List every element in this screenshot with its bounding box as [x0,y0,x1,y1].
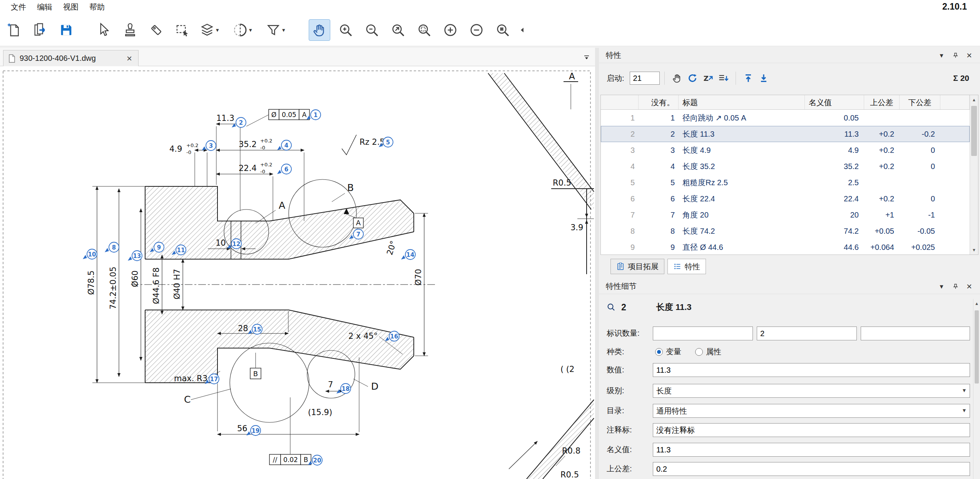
characteristic-row-3[interactable]: 33长度 4.94.9+0.20 [601,142,970,158]
id-count-input-3[interactable] [861,327,970,340]
refresh-icon[interactable] [685,70,700,86]
chevron-down-icon[interactable]: ▾ [249,27,252,33]
col-header-nominal[interactable]: 名义值 [805,95,864,109]
value-input[interactable] [653,363,970,377]
radio-attribute[interactable]: 属性 [695,347,721,357]
sort-list-icon[interactable] [716,70,731,86]
pin-icon[interactable] [951,51,960,60]
balloon-18[interactable]: 18 [336,384,351,394]
increase-button[interactable] [440,19,461,41]
scrollbar-thumb[interactable] [975,310,979,384]
pan-tool-button[interactable] [309,19,330,41]
balloon-19[interactable]: 19 [246,425,261,435]
balloon-8[interactable]: 8 [105,242,119,252]
characteristic-row-7[interactable]: 77角度 2020+1-1 [601,207,970,223]
marquee-select-button[interactable] [172,19,193,41]
nominal-input[interactable] [653,443,970,457]
menu-view[interactable]: 视图 [58,2,84,12]
panel-menu-icon[interactable]: ▾ [937,51,946,60]
characteristic-row-4[interactable]: 44长度 35.235.2+0.20 [601,158,970,174]
characteristic-row-5[interactable]: 55粗糙度Rz 2.52.5 [601,174,970,191]
dimension-label: 3.9 [570,223,583,232]
field-label: 级别: [607,385,624,396]
stamp-tool-button[interactable] [119,19,141,41]
note-input[interactable] [653,423,970,437]
scroll-up-icon[interactable]: ▲ [973,299,980,308]
tag-tool-button[interactable] [145,19,167,41]
dimension-label: B [347,182,354,193]
menu-edit[interactable]: 编辑 [32,2,58,12]
svg-text:20: 20 [313,457,321,464]
upper-tolerance-input[interactable] [653,462,970,476]
panel-menu-icon[interactable]: ▾ [937,282,946,291]
characteristic-row-2[interactable]: 22长度 11.311.3+0.2-0.2 [601,126,970,142]
characteristic-row-1[interactable]: 11径向跳动 ↗ 0.05 A0.05 [601,110,970,126]
filter-tool-button[interactable]: ▾ [264,19,293,41]
id-count-input-1[interactable] [653,327,753,340]
tab-list-icon[interactable] [582,53,591,62]
zoom-extents-button[interactable] [387,19,409,41]
panel-close-icon[interactable]: × [965,282,974,291]
balloon-14[interactable]: 14 [401,250,415,260]
stamp-icon [122,22,138,38]
catalog-select[interactable]: 通用特性 ▾ [653,404,970,418]
radio-variable[interactable]: 变量 [655,347,681,357]
zoom-region-button[interactable] [492,19,513,41]
new-document-button[interactable] [3,19,25,41]
part-hatching [145,73,594,479]
balloon-10[interactable]: 10 [83,249,97,259]
feature-control-frame: //0.02B [269,454,311,465]
tab-characteristics[interactable]: 特性 [667,259,706,274]
move-bottom-icon[interactable] [756,70,771,86]
tab-project-expansion[interactable]: 项目拓展 [610,259,664,274]
balloon-13[interactable]: 13 [128,251,142,261]
select-tool-button[interactable] [93,19,115,41]
menu-file[interactable]: 文件 [5,2,32,12]
pan-small-icon[interactable] [669,70,685,86]
characteristic-row-9[interactable]: 99直径 Ø 44.644.6+0.064+0.025 [601,239,970,255]
balloon-4[interactable]: 4 [277,140,291,150]
characteristic-row-8[interactable]: 88长度 74.274.2+0.05-0.05 [601,223,970,239]
scroll-up-icon[interactable]: ▲ [970,95,978,104]
layers-tool-button[interactable]: ▾ [198,19,226,41]
revolve-tool-button[interactable]: ▾ [231,19,259,41]
menu-help[interactable]: 帮助 [84,2,110,12]
chevron-down-icon[interactable]: ▾ [216,27,219,33]
tab-close-icon[interactable]: × [125,54,134,63]
details-scrollbar[interactable]: ▲ [973,299,980,479]
scrollbar-thumb[interactable] [971,106,977,156]
balloon-6[interactable]: 6 [277,164,291,174]
zoom-window-button[interactable] [413,19,435,41]
scroll-down-icon[interactable]: ▼ [970,245,978,255]
col-header-title[interactable]: 标题 [679,95,805,109]
pin-icon[interactable] [951,282,960,291]
open-document-button[interactable] [29,19,51,41]
dimension-label: max. R3 [174,374,207,383]
toolbar-collapse-button[interactable] [518,19,526,41]
table-scrollbar[interactable]: ▲ ▼ [970,95,978,255]
renumber-icon[interactable]: Z [700,70,716,86]
zoom-out-tool-button[interactable] [361,19,383,41]
chevron-down-icon[interactable]: ▾ [282,27,285,33]
balloon-3[interactable]: 3 [202,141,216,151]
svg-text:0.05: 0.05 [282,111,296,119]
characteristic-row-6[interactable]: 66长度 22.422.4+0.20 [601,191,970,207]
drawing-canvas[interactable]: 11.34.9+0.2-035.2+0.2-0Rz 2.522.4+0.2-0Ø… [0,66,595,479]
dimension-label: -0 [186,149,191,155]
start-number-input[interactable] [630,72,660,85]
id-count-input-2[interactable] [757,327,857,340]
document-tab-bar: 930-1200-406-V1.dwg × [0,48,595,66]
save-button[interactable] [55,19,77,41]
panel-splitter[interactable] [595,48,599,479]
level-select[interactable]: 长度 ▾ [653,384,970,398]
field-label: 目录: [607,405,624,416]
decrease-button[interactable] [466,19,487,41]
col-header-no[interactable]: 没有。 [639,95,679,109]
move-top-icon[interactable] [741,70,756,86]
zoom-in-tool-button[interactable] [335,19,356,41]
document-tab[interactable]: 930-1200-406-V1.dwg × [3,50,139,66]
col-header-upper[interactable]: 上公差 [864,95,900,109]
col-header-lower[interactable]: 下公差 [900,95,940,109]
panel-close-icon[interactable]: × [965,51,974,60]
svg-text:9: 9 [157,244,161,251]
